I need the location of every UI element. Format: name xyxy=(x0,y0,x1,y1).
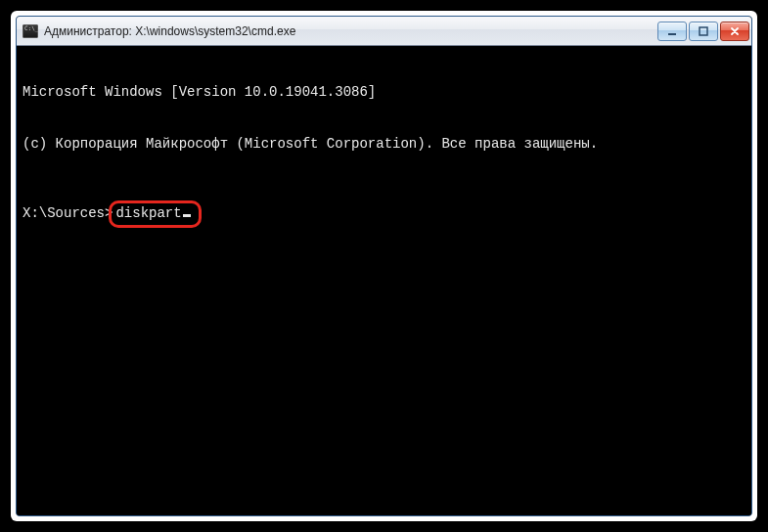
terminal-output-line: (c) Корпорация Майкрософт (Microsoft Cor… xyxy=(23,136,745,154)
svg-rect-0 xyxy=(668,33,676,35)
terminal-area[interactable]: Microsoft Windows [Version 10.0.19041.30… xyxy=(17,46,751,515)
cmd-window: Администратор: X:\windows\system32\cmd.e… xyxy=(16,16,752,516)
command-highlight: diskpart xyxy=(109,200,201,228)
window-controls xyxy=(657,22,749,41)
outer-frame: Администратор: X:\windows\system32\cmd.e… xyxy=(11,11,757,521)
text-cursor xyxy=(183,214,191,217)
typed-command: diskpart xyxy=(115,205,181,223)
cmd-icon xyxy=(23,24,38,38)
prompt-line: X:\Sources>diskpart xyxy=(23,200,745,228)
minimize-button[interactable] xyxy=(657,22,687,41)
terminal-output-line: Microsoft Windows [Version 10.0.19041.30… xyxy=(23,84,745,102)
prompt-text: X:\Sources> xyxy=(23,205,113,223)
maximize-button[interactable] xyxy=(689,22,718,41)
titlebar[interactable]: Администратор: X:\windows\system32\cmd.e… xyxy=(17,17,751,46)
window-title: Администратор: X:\windows\system32\cmd.e… xyxy=(44,24,652,38)
close-button[interactable] xyxy=(720,22,749,41)
svg-rect-1 xyxy=(700,27,707,35)
